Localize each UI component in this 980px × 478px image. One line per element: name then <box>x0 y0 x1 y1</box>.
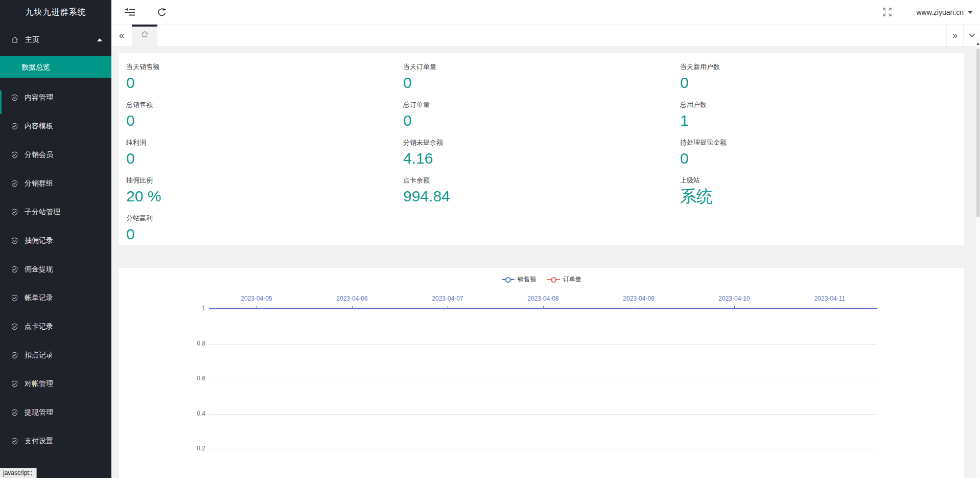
shield-check-icon <box>11 151 18 159</box>
sidebar-item-overview-active[interactable]: 数据总览 <box>0 56 111 78</box>
x-axis-date-label: 2023-04-11 <box>802 295 858 302</box>
fullscreen-icon[interactable] <box>883 8 892 16</box>
stat-label: 分站赢利 <box>126 214 403 223</box>
sales-orders-chart: 销售额订单量 10.80.60.40.22023-04-052023-04-06… <box>119 268 964 478</box>
site-domain: www.ziyuan.cn <box>916 8 964 16</box>
x-axis-tick <box>639 306 639 309</box>
x-axis-tick <box>543 306 544 309</box>
stat-label: 纯利润 <box>126 138 403 147</box>
sidebar-item[interactable]: 扣点记录 <box>0 341 111 370</box>
stats-column: 当天销售额0总销售额0纯利润0抽佣比例20 %分站赢利0 <box>126 62 403 252</box>
sidebar-item[interactable]: 佣金提现 <box>0 255 111 284</box>
stat-label: 当天订单量 <box>403 62 680 72</box>
stat-label: 当天新用户数 <box>680 62 957 72</box>
shield-check-icon <box>11 208 18 216</box>
shield-check-icon <box>11 122 18 130</box>
site-selector[interactable]: www.ziyuan.cn <box>916 8 973 16</box>
grid-line <box>209 379 877 379</box>
tab-home[interactable] <box>132 25 157 46</box>
sidebar-item[interactable]: 抽佣记录 <box>0 226 111 255</box>
sidebar-item-label: 提现管理 <box>25 408 53 417</box>
sidebar-item-label: 子分站管理 <box>25 208 60 217</box>
top-navbar: www.ziyuan.cn <box>111 0 980 25</box>
stat-item: 当天销售额0 <box>126 62 403 100</box>
stat-item: 待处理提现金额0 <box>680 138 957 176</box>
scroll-up-arrow-icon[interactable] <box>976 42 979 45</box>
sidebar-item-label: 扣点记录 <box>25 351 53 360</box>
chevron-up-icon <box>97 38 102 41</box>
sidebar-item[interactable]: 分销会员 <box>0 141 111 169</box>
sidebar-item-label: 内容管理 <box>25 93 53 102</box>
stat-item: 总用户数1 <box>680 100 957 138</box>
shield-check-icon <box>11 323 18 331</box>
stat-value: 0 <box>126 223 403 245</box>
shield-check-icon <box>11 351 18 359</box>
stat-value: 4.16 <box>403 147 680 170</box>
x-axis-tick <box>352 306 353 309</box>
status-link-tooltip: javascript:; <box>0 468 37 478</box>
sidebar-item-label: 分销会员 <box>25 150 53 160</box>
stats-card: 当天销售额0总销售额0纯利润0抽佣比例20 %分站赢利0当天订单量0总订单量0分… <box>119 53 964 245</box>
stats-column: 当天新用户数0总用户数1待处理提现金额0上级站系统 <box>680 62 957 252</box>
x-axis-date-label: 2023-04-08 <box>515 295 571 302</box>
stat-value: 系统 <box>680 185 957 208</box>
stat-item: 上级站系统 <box>680 176 957 214</box>
vertical-scrollbar[interactable] <box>976 39 980 478</box>
legend-item[interactable]: 订单量 <box>547 275 581 284</box>
stat-label: 上级站 <box>680 176 957 185</box>
sidebar-item[interactable]: 点卡记录 <box>0 312 111 341</box>
stat-label: 总用户数 <box>680 100 957 109</box>
sidebar-scroll-thumb[interactable] <box>0 90 2 114</box>
x-axis-tick <box>734 306 735 309</box>
grid-line <box>209 344 877 345</box>
stat-value: 0 <box>403 109 680 132</box>
sidebar-item[interactable]: 提现管理 <box>0 398 111 427</box>
shield-check-icon <box>11 294 18 302</box>
tabs-scroll-left-button[interactable]: « <box>111 25 132 46</box>
stat-item: 当天订单量0 <box>403 62 680 100</box>
sidebar-item[interactable]: 对帐管理 <box>0 370 111 398</box>
sidebar-item[interactable]: 内容模板 <box>0 112 111 141</box>
stat-value: 20 % <box>126 185 403 208</box>
sidebar-item-label: 抽佣记录 <box>25 236 53 245</box>
grid-line <box>209 449 877 449</box>
x-axis-tick <box>256 306 257 309</box>
legend-line-circle-icon <box>547 277 560 283</box>
sidebar-item-label: 支付设置 <box>25 437 53 446</box>
sidebar-item-home[interactable]: 主页 <box>0 30 111 50</box>
sidebar-item[interactable]: 帐单记录 <box>0 284 111 312</box>
y-axis-tick-label: 0.2 <box>175 445 205 452</box>
stat-item: 抽佣比例20 % <box>126 176 403 214</box>
sidebar-item[interactable]: 子分站管理 <box>0 198 111 226</box>
sidebar-item[interactable]: 内容管理 <box>0 83 111 112</box>
shield-check-icon <box>11 94 18 102</box>
stat-value: 0 <box>126 147 403 170</box>
sidebar-item-label: 点卡记录 <box>25 322 53 331</box>
refresh-icon[interactable] <box>157 8 167 17</box>
shield-check-icon <box>11 265 18 274</box>
main-content: 当天销售额0总销售额0纯利润0抽佣比例20 %分站赢利0当天订单量0总订单量0分… <box>111 47 976 478</box>
sidebar-menu: 内容管理内容模板分销会员分销群组子分站管理抽佣记录佣金提现帐单记录点卡记录扣点记… <box>0 83 111 456</box>
legend-label: 订单量 <box>563 275 581 284</box>
sidebar-item-label: 主页 <box>25 35 39 44</box>
stat-value: 1 <box>680 109 957 132</box>
stat-value: 0 <box>680 72 957 94</box>
y-axis-tick-label: 0.6 <box>175 375 205 382</box>
sidebar-item[interactable]: 分销群组 <box>0 169 111 198</box>
scrollbar-thumb[interactable] <box>976 49 979 217</box>
stat-item: 总订单量0 <box>403 100 680 138</box>
collapse-sidebar-icon[interactable] <box>125 8 135 16</box>
stat-label: 分销未提余额 <box>403 138 680 147</box>
legend-item[interactable]: 销售额 <box>502 275 536 284</box>
shield-check-icon <box>11 437 18 445</box>
home-tab-icon <box>141 30 149 40</box>
tab-bar: « » <box>111 25 980 47</box>
sidebar-item-label: 帐单记录 <box>25 293 53 303</box>
stat-item: 当天新用户数0 <box>680 62 957 100</box>
sidebar-item-label: 对帐管理 <box>25 379 53 389</box>
tabs-scroll-right-button[interactable]: » <box>946 25 963 46</box>
sidebar-item-label: 内容模板 <box>25 122 53 131</box>
grid-line <box>209 414 877 415</box>
sidebar-item[interactable]: 支付设置 <box>0 427 111 456</box>
stat-value: 0 <box>680 147 957 170</box>
